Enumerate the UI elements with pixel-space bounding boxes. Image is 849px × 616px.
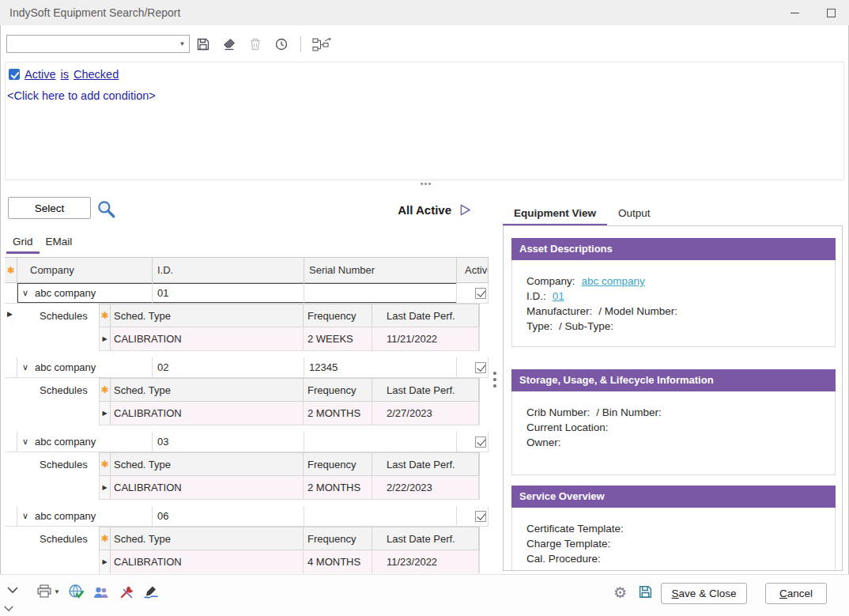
cell-sched-type[interactable]: CALIBRATION bbox=[111, 402, 304, 425]
web-publish-button[interactable] bbox=[68, 584, 85, 600]
settings-button[interactable]: ⚙ bbox=[613, 585, 627, 600]
cell-serial[interactable] bbox=[304, 283, 457, 303]
equipment-row[interactable]: ∨abc company 01 bbox=[5, 283, 489, 304]
active-checkbox[interactable] bbox=[475, 288, 486, 299]
column-header-frequency[interactable]: Frequency bbox=[304, 379, 372, 401]
cell-frequency[interactable]: 4 MONTHS bbox=[304, 550, 372, 573]
print-button[interactable]: ▼ bbox=[36, 584, 60, 599]
condition-operator-link[interactable]: is bbox=[61, 68, 69, 81]
equipment-row[interactable]: ∨abc company 03 bbox=[5, 432, 489, 452]
grid-indicator-header[interactable]: ✱ bbox=[5, 258, 17, 282]
schedule-row[interactable]: ▶ CALIBRATION 2 WEEKS 11/21/2022 bbox=[99, 327, 480, 351]
active-checkbox[interactable] bbox=[475, 511, 486, 522]
cell-last-date[interactable]: 2/27/2023 bbox=[372, 402, 479, 425]
collapse-caret-icon[interactable]: ∨ bbox=[19, 511, 32, 521]
save-and-close-button[interactable]: Save & Close bbox=[661, 583, 747, 604]
saved-report-combo[interactable]: ▼ bbox=[6, 35, 190, 53]
add-condition-link[interactable]: <Click here to add condition> bbox=[7, 89, 156, 102]
cell-id[interactable]: 06 bbox=[153, 506, 304, 526]
combo-dropdown-button[interactable]: ▼ bbox=[175, 36, 189, 52]
column-header-last-date[interactable]: Last Date Perf. bbox=[372, 453, 479, 475]
column-header-last-date[interactable]: Last Date Perf. bbox=[372, 379, 479, 401]
cell-company[interactable]: ∨abc company bbox=[17, 357, 153, 377]
company-value: abc company bbox=[35, 436, 96, 448]
schedule-row[interactable]: ▶ CALIBRATION 2 MONTHS 2/27/2023 bbox=[99, 402, 480, 425]
cell-last-date[interactable]: 11/21/2022 bbox=[372, 327, 479, 350]
column-header-frequency[interactable]: Frequency bbox=[304, 527, 372, 550]
more-options-button[interactable] bbox=[6, 586, 19, 594]
cell-id[interactable]: 01 bbox=[153, 283, 304, 303]
column-header-last-date[interactable]: Last Date Perf. bbox=[372, 527, 479, 550]
collapse-caret-icon[interactable]: ∨ bbox=[19, 288, 32, 298]
column-header-sched-type[interactable]: Sched. Type bbox=[111, 527, 304, 550]
minimize-button[interactable] bbox=[776, 0, 813, 25]
column-header-sched-type[interactable]: Sched. Type bbox=[111, 453, 304, 475]
run-scope-icon[interactable] bbox=[459, 203, 471, 217]
cell-company[interactable]: ∨abc company bbox=[17, 432, 153, 452]
active-checkbox[interactable] bbox=[475, 436, 486, 448]
clear-conditions-button[interactable] bbox=[221, 36, 238, 53]
column-header-company[interactable]: Company bbox=[17, 258, 153, 282]
users-button[interactable] bbox=[92, 585, 110, 599]
condition-field-link[interactable]: Active bbox=[25, 68, 56, 81]
column-header-frequency[interactable]: Frequency bbox=[304, 453, 372, 475]
horizontal-splitter-handle[interactable]: ••• bbox=[414, 179, 438, 188]
cell-serial[interactable] bbox=[304, 506, 457, 526]
delete-report-button[interactable] bbox=[247, 36, 264, 53]
collapse-caret-icon[interactable]: ∨ bbox=[19, 362, 32, 372]
cell-serial[interactable] bbox=[304, 432, 457, 452]
column-header-id[interactable]: I.D. bbox=[153, 258, 304, 282]
tools-button[interactable] bbox=[119, 585, 135, 599]
sub-indicator-header[interactable]: ✱ bbox=[100, 527, 111, 550]
maximize-button[interactable] bbox=[813, 0, 849, 25]
cell-sched-type[interactable]: CALIBRATION bbox=[111, 550, 304, 573]
cancel-button[interactable]: Cancel bbox=[765, 583, 827, 604]
column-header-last-date[interactable]: Last Date Perf. bbox=[372, 304, 479, 327]
cell-sched-type[interactable]: CALIBRATION bbox=[111, 476, 304, 499]
collapse-caret-icon[interactable]: ∨ bbox=[19, 436, 32, 447]
tab-output[interactable]: Output bbox=[607, 204, 662, 226]
design-view-button[interactable] bbox=[311, 36, 332, 53]
equipment-row[interactable]: ∨abc company 02 12345 bbox=[5, 357, 489, 378]
tab-equipment-view[interactable]: Equipment View bbox=[503, 204, 607, 226]
signature-button[interactable] bbox=[143, 585, 159, 599]
cell-id[interactable]: 02 bbox=[153, 357, 304, 377]
sub-indicator-header[interactable]: ✱ bbox=[100, 304, 111, 327]
equipment-row[interactable]: ∨abc company 06 bbox=[5, 506, 489, 527]
cell-company[interactable]: ∨abc company bbox=[17, 283, 153, 303]
select-button[interactable]: Select bbox=[8, 197, 91, 219]
cell-frequency[interactable]: 2 MONTHS bbox=[304, 402, 372, 425]
column-header-sched-type[interactable]: Sched. Type bbox=[111, 304, 304, 327]
save-report-button[interactable] bbox=[194, 36, 212, 53]
schedule-row[interactable]: ▶ CALIBRATION 2 MONTHS 2/22/2023 bbox=[99, 476, 480, 500]
cell-frequency[interactable]: 2 WEEKS bbox=[304, 327, 372, 350]
cell-sched-type[interactable]: CALIBRATION bbox=[111, 327, 304, 350]
tab-grid[interactable]: Grid bbox=[6, 234, 40, 254]
cell-company[interactable]: ∨abc company bbox=[17, 506, 153, 526]
save-layout-button[interactable] bbox=[638, 584, 653, 599]
column-header-frequency[interactable]: Frequency bbox=[304, 304, 372, 327]
vertical-splitter-handle[interactable]: ••• bbox=[489, 370, 500, 389]
sub-indicator-header[interactable]: ✱ bbox=[100, 379, 111, 401]
id-link[interactable]: 01 bbox=[553, 289, 564, 304]
column-header-active[interactable]: Active bbox=[457, 258, 489, 282]
cell-serial[interactable]: 12345 bbox=[304, 357, 457, 377]
condition-enabled-checkbox[interactable] bbox=[9, 69, 20, 80]
column-header-sched-type[interactable]: Sched. Type bbox=[111, 379, 304, 401]
saved-report-input[interactable] bbox=[7, 36, 175, 52]
cell-frequency[interactable]: 2 MONTHS bbox=[304, 476, 372, 499]
column-header-serial[interactable]: Serial Number bbox=[304, 258, 457, 282]
tab-email[interactable]: EMail bbox=[40, 234, 79, 254]
run-search-button[interactable] bbox=[96, 198, 116, 219]
active-checkbox[interactable] bbox=[475, 362, 486, 373]
history-button[interactable] bbox=[273, 36, 290, 53]
schedule-row[interactable]: ▶ CALIBRATION 4 MONTHS 11/23/2022 bbox=[99, 550, 480, 573]
company-link[interactable]: abc company bbox=[582, 274, 645, 289]
cell-id[interactable]: 03 bbox=[153, 432, 304, 452]
sub-indicator-header[interactable]: ✱ bbox=[100, 453, 111, 475]
condition-value-link[interactable]: Checked bbox=[74, 68, 119, 81]
schedules-grid: ✱ Sched. Type Frequency Last Date Perf. … bbox=[99, 304, 480, 351]
cell-last-date[interactable]: 2/22/2023 bbox=[372, 476, 479, 499]
scroll-chevron-icon[interactable] bbox=[3, 605, 14, 612]
cell-last-date[interactable]: 11/23/2022 bbox=[372, 550, 479, 573]
